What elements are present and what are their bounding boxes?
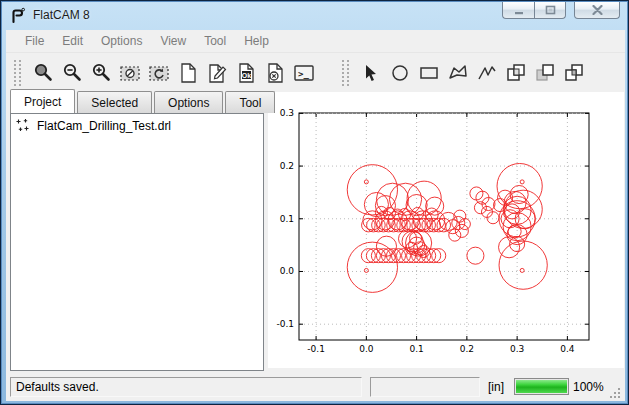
progress-bar xyxy=(514,378,569,395)
zoom-out-button[interactable] xyxy=(57,58,86,87)
x-tick-label: 0.1 xyxy=(409,344,423,354)
update-geometry-button[interactable]: Ok xyxy=(231,58,260,87)
cancel-edit-button[interactable] xyxy=(260,58,289,87)
title-bar[interactable]: FlatCAM 8 xyxy=(1,1,628,29)
zoom-in-icon xyxy=(90,62,112,84)
y-tick-label: 0.0 xyxy=(280,266,295,276)
cursor-icon xyxy=(360,62,382,84)
menu-bar: File Edit Options View Tool Help xyxy=(6,30,625,53)
maximize-icon xyxy=(545,5,556,15)
tree-item-label: FlatCam_Drilling_Test.drl xyxy=(37,119,171,133)
menu-file[interactable]: File xyxy=(16,31,53,51)
menu-options[interactable]: Options xyxy=(92,31,151,51)
union-icon xyxy=(505,62,527,84)
menu-tool[interactable]: Tool xyxy=(195,31,235,51)
new-geometry-button[interactable] xyxy=(173,58,202,87)
x-tick-label: 0.2 xyxy=(460,344,474,354)
shell-button[interactable]: >_ xyxy=(289,58,318,87)
menu-view[interactable]: View xyxy=(151,31,195,51)
toolbar-handle[interactable] xyxy=(14,60,21,86)
replot-icon xyxy=(148,62,170,84)
cancel-file-icon xyxy=(264,62,286,84)
subtract-button[interactable] xyxy=(559,58,588,87)
rectangle-tool-icon xyxy=(418,62,440,84)
clear-plot-icon xyxy=(119,62,141,84)
tab-project[interactable]: Project xyxy=(10,89,75,113)
union-button[interactable] xyxy=(501,58,530,87)
left-panel-tabs: Project Selected Options Tool xyxy=(10,91,277,113)
clear-plot-button[interactable] xyxy=(115,58,144,87)
svg-text:>_: >_ xyxy=(298,68,309,78)
zoom-fit-icon xyxy=(32,62,54,84)
intersection-icon xyxy=(534,62,556,84)
close-icon xyxy=(592,5,603,15)
x-tick-label: -0.1 xyxy=(307,344,325,354)
drill-object-icon xyxy=(15,118,31,134)
close-button[interactable] xyxy=(574,2,620,19)
toolbar: Ok >_ xyxy=(6,54,625,91)
svg-text:Ok: Ok xyxy=(241,71,250,78)
resize-grip-icon[interactable] xyxy=(609,387,621,399)
new-file-icon xyxy=(177,62,199,84)
minimize-button[interactable] xyxy=(502,2,534,19)
y-tick-label: 0.1 xyxy=(280,214,294,224)
minimize-icon xyxy=(514,6,524,15)
polygon-tool-icon xyxy=(447,62,469,84)
replot-button[interactable] xyxy=(144,58,173,87)
tree-item-drill-object[interactable]: FlatCam_Drilling_Test.drl xyxy=(11,114,263,136)
path-tool-icon xyxy=(476,62,498,84)
maximize-button[interactable] xyxy=(534,2,566,19)
status-message: Defaults saved. xyxy=(16,380,99,394)
subtract-icon xyxy=(563,62,585,84)
circle-tool-icon xyxy=(389,62,411,84)
y-tick-label: 0.2 xyxy=(280,161,294,171)
menu-help[interactable]: Help xyxy=(235,31,278,51)
y-tick-label: -0.1 xyxy=(276,319,294,329)
y-tick-label: 0.3 xyxy=(280,108,294,118)
draw-circle-button[interactable] xyxy=(385,58,414,87)
units-label: [in] xyxy=(488,380,504,394)
client-area: File Edit Options View Tool Help xyxy=(6,30,625,401)
intersection-button[interactable] xyxy=(530,58,559,87)
window-title: FlatCAM 8 xyxy=(33,8,90,22)
x-tick-label: 0.4 xyxy=(560,344,575,354)
menu-edit[interactable]: Edit xyxy=(53,31,92,51)
progress-percent-label: 100% xyxy=(573,380,604,394)
axes-frame xyxy=(299,113,589,340)
zoom-out-icon xyxy=(61,62,83,84)
window-controls xyxy=(502,2,620,19)
status-empty-panel xyxy=(370,377,480,397)
project-tree: FlatCam_Drilling_Test.drl xyxy=(10,113,264,371)
zoom-fit-button[interactable] xyxy=(28,58,57,87)
status-message-panel: Defaults saved. xyxy=(10,377,362,397)
app-window: FlatCAM 8 File Edit Options View Tool He… xyxy=(0,0,629,405)
edit-geometry-button[interactable] xyxy=(202,58,231,87)
flatcam-logo-icon xyxy=(9,6,27,24)
drill-plot: -0.10.00.10.20.30.4-0.10.00.10.20.3 xyxy=(268,92,624,368)
select-tool-button[interactable] xyxy=(356,58,385,87)
plot-canvas[interactable]: -0.10.00.10.20.30.4-0.10.00.10.20.3 xyxy=(268,92,624,368)
progress-fill xyxy=(516,380,567,393)
status-bar: Defaults saved. [in] 100% xyxy=(6,372,625,401)
shell-icon: >_ xyxy=(293,62,315,84)
draw-polygon-button[interactable] xyxy=(443,58,472,87)
tab-tool[interactable]: Tool xyxy=(225,91,275,113)
draw-rectangle-button[interactable] xyxy=(414,58,443,87)
tab-options[interactable]: Options xyxy=(154,91,223,113)
ok-file-icon: Ok xyxy=(235,62,257,84)
zoom-in-button[interactable] xyxy=(86,58,115,87)
x-tick-label: 0.0 xyxy=(359,344,374,354)
tab-selected[interactable]: Selected xyxy=(77,91,152,113)
draw-path-button[interactable] xyxy=(472,58,501,87)
x-tick-label: 0.3 xyxy=(510,344,524,354)
edit-file-icon xyxy=(206,62,228,84)
toolbar-handle-2[interactable] xyxy=(342,60,349,86)
